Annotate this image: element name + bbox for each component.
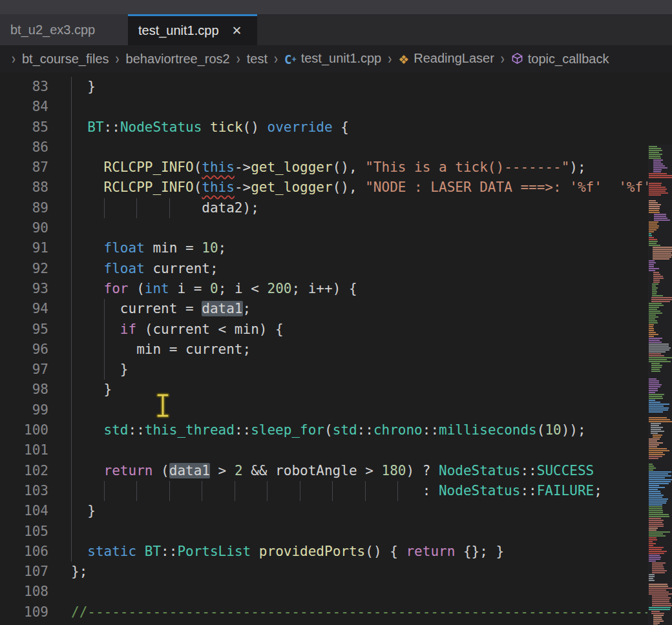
code-line-109[interactable]: 109//-----------------------------------… xyxy=(0,602,647,622)
line-content: RCLCPP_INFO(this->get_logger(), "This is… xyxy=(71,158,586,178)
minimap-mark xyxy=(653,251,672,252)
minimap-mark xyxy=(652,605,672,606)
minimap-mark xyxy=(649,589,666,591)
breadcrumb-item-bt_course_files[interactable]: bt_course_files xyxy=(22,52,109,67)
code-line-83[interactable]: 83 } xyxy=(0,77,647,97)
minimap-mark xyxy=(649,520,664,521)
minimap-mark xyxy=(652,597,671,599)
minimap-mark xyxy=(649,446,657,447)
code-line-92[interactable]: 92 float current; xyxy=(0,259,647,279)
minimap-mark xyxy=(649,547,664,548)
code-line-90[interactable]: 90 xyxy=(0,218,647,238)
minimap-mark xyxy=(654,216,666,217)
code-line-102[interactable]: 102 return (data1 > 2 && robotAngle > 18… xyxy=(0,461,647,481)
code-line-86[interactable]: 86 xyxy=(0,138,647,158)
minimap-mark xyxy=(651,423,661,424)
indent-guide xyxy=(71,440,72,460)
minimap-mark xyxy=(651,363,660,364)
code-line-108[interactable]: 108 xyxy=(0,582,647,602)
minimap-mark xyxy=(649,529,656,531)
minimap-mark xyxy=(649,241,658,242)
code-line-91[interactable]: 91 float min = 10; xyxy=(0,238,647,258)
minimap-mark xyxy=(651,433,658,434)
minimap-mark xyxy=(649,268,659,269)
code-editor[interactable]: 83 }8485 BT::NodeStatus tick() override … xyxy=(0,72,672,625)
code-line-96[interactable]: 96 min = current; xyxy=(0,340,647,360)
minimap-mark xyxy=(649,245,660,246)
line-number: 90 xyxy=(0,218,71,238)
line-content: if (current < min) { xyxy=(71,320,284,340)
code-line-85[interactable]: 85 BT::NodeStatus tick() override { xyxy=(0,118,647,138)
line-content: }; xyxy=(71,562,87,582)
minimap-mark xyxy=(649,475,671,476)
minimap[interactable] xyxy=(648,145,672,625)
line-number: 92 xyxy=(0,259,71,279)
minimap-mark xyxy=(649,311,660,312)
code-line-104[interactable]: 104 } xyxy=(0,501,647,521)
tab-bt_u2_ex3[interactable]: bt_u2_ex3.cpp xyxy=(0,14,128,45)
breadcrumb-item-behaviortree_ros2[interactable]: behaviortree_ros2 xyxy=(126,52,230,67)
minimap-mark xyxy=(653,619,662,620)
minimap-mark xyxy=(651,367,662,368)
minimap-mark xyxy=(649,588,672,589)
code-line-95[interactable]: 95 if (current < min) { xyxy=(0,320,647,340)
minimap-mark xyxy=(649,343,669,345)
code-line-97[interactable]: 97 } xyxy=(0,360,647,380)
minimap-mark xyxy=(649,560,656,562)
minimap-mark xyxy=(649,357,672,358)
code-line-89[interactable]: 89 data2); xyxy=(0,198,647,218)
code-line-93[interactable]: 93 for (int i = 0; i < 200; i++) { xyxy=(0,279,647,299)
code-area[interactable]: 83 }8485 BT::NodeStatus tick() override … xyxy=(0,77,647,622)
code-line-100[interactable]: 100 std::this_thread::sleep_for(std::chr… xyxy=(0,420,647,440)
code-line-106[interactable]: 106 static BT::PortsList providedPorts()… xyxy=(0,542,647,562)
breadcrumb-item-topic_callback[interactable]: topic_callback xyxy=(511,52,609,67)
minimap-mark xyxy=(649,388,658,389)
minimap-mark xyxy=(649,392,655,393)
line-content: : NodeStatus::FAILURE; xyxy=(71,481,602,501)
close-icon[interactable]: ✕ xyxy=(232,25,242,37)
minimap-mark xyxy=(649,512,663,513)
vscode-window: bt_u2_ex3.cpp test_unit1.cpp ✕ ›bt_cours… xyxy=(0,0,672,625)
minimap-mark xyxy=(649,206,660,207)
code-line-101[interactable]: 101 xyxy=(0,440,647,460)
breadcrumb-item-test[interactable]: test xyxy=(247,52,268,67)
breadcrumb-item-test_unit1.cpp[interactable]: C+test_unit1.cpp xyxy=(284,51,381,67)
minimap-mark xyxy=(653,247,672,248)
minimap-mark xyxy=(649,239,657,240)
minimap-mark xyxy=(649,591,669,593)
minimap-mark xyxy=(649,266,654,267)
minimap-mark xyxy=(649,404,669,405)
minimap-mark xyxy=(649,506,662,507)
code-line-99[interactable]: 99 xyxy=(0,400,647,420)
code-line-94[interactable]: 94 current = data1; xyxy=(0,299,647,319)
chevron-right-icon: › xyxy=(274,50,278,67)
line-number: 95 xyxy=(0,320,71,340)
minimap-mark xyxy=(653,280,660,281)
line-number: 83 xyxy=(0,77,71,97)
line-content: current = data1; xyxy=(71,299,251,319)
minimap-mark xyxy=(649,411,663,413)
minimap-mark xyxy=(649,396,662,397)
minimap-mark xyxy=(649,489,658,490)
minimap-mark xyxy=(649,156,660,157)
code-line-105[interactable]: 105 xyxy=(0,522,647,542)
minimap-mark xyxy=(649,320,657,322)
minimap-mark xyxy=(651,371,660,372)
minimap-mark xyxy=(649,419,670,420)
code-line-103[interactable]: 103 : NodeStatus::FAILURE; xyxy=(0,481,647,501)
tab-test_unit1[interactable]: test_unit1.cpp ✕ xyxy=(128,14,257,45)
minimap-mark xyxy=(649,531,670,533)
code-line-88[interactable]: 88 RCLCPP_INFO(this->get_logger(), "NODE… xyxy=(0,178,647,198)
code-line-98[interactable]: 98 } xyxy=(0,380,647,400)
code-line-84[interactable]: 84 xyxy=(0,97,647,117)
minimap-mark xyxy=(652,283,658,285)
minimap-mark xyxy=(651,611,660,612)
minimap-mark xyxy=(649,452,663,453)
code-line-87[interactable]: 87 RCLCPP_INFO(this->get_logger(), "This… xyxy=(0,158,647,178)
minimap-mark xyxy=(649,187,666,188)
minimap-mark xyxy=(653,435,662,436)
breadcrumb-item-readinglaser[interactable]: ❖ReadingLaser xyxy=(398,51,494,67)
chevron-right-icon: › xyxy=(236,50,240,67)
minimap-mark xyxy=(649,514,669,515)
code-line-107[interactable]: 107}; xyxy=(0,562,647,582)
